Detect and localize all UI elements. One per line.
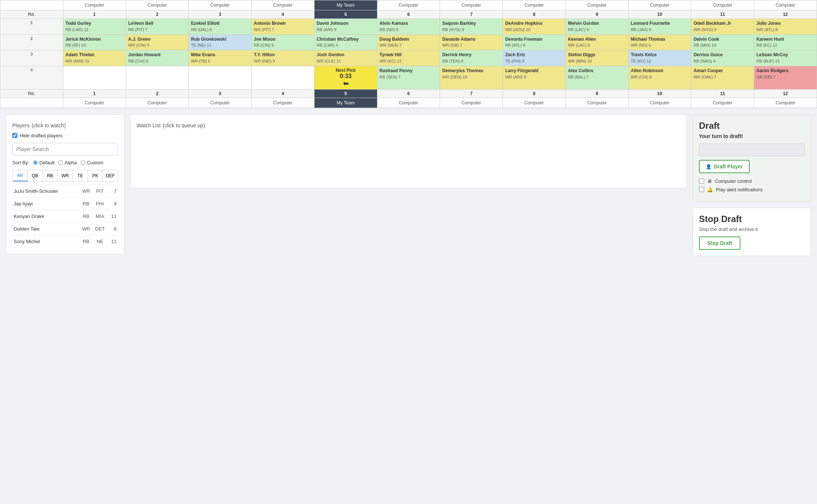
pick-r2-c11[interactable]: Dalvin CookRB (MIN) 10	[691, 34, 754, 50]
sort-alpha-radio[interactable]	[58, 160, 63, 165]
player-name: Melvin Gordon	[568, 21, 599, 26]
draft-board: ComputerComputerComputerComputerMy TeamC…	[0, 0, 817, 108]
pick-r3-c1[interactable]: Adam ThielenWR (MIN) 10	[63, 50, 126, 66]
sort-default-radio[interactable]	[33, 160, 38, 165]
pick-r4-c5[interactable]: Next Pick0:33⬅	[314, 66, 377, 89]
player-pos: WR (CIN) 9	[128, 43, 149, 47]
pick-r3-c6[interactable]: Tyreek HillWR (KC) 12	[377, 50, 440, 66]
pick-r4-c11[interactable]: Amari CooperWR (OAK) 7	[691, 66, 754, 89]
position-tab-qb[interactable]: QB	[28, 170, 43, 181]
pick-r3-c9[interactable]: Stefon DiggsWR (MIN) 10	[565, 50, 628, 66]
pick-r1-c6[interactable]: Alvin KamaraRB (NO) 6	[377, 19, 440, 35]
pick-r2-c9[interactable]: Keenan AllenWR (LAC) 8	[565, 34, 628, 50]
pick-r2-c4[interactable]: Joe MixonRB (CIN) 9	[252, 34, 315, 50]
pick-r1-c11[interactable]: Odell Beckham JrWR (NYG) 9	[691, 19, 754, 35]
player-name: Keenan Allen	[568, 37, 596, 42]
col-num-bottom-12: 12	[754, 89, 817, 98]
col-num-top-7: 7	[440, 10, 503, 19]
draft-player-btn-label: Draft Player	[714, 164, 743, 169]
list-item[interactable]: Kenyan Drake RB MIA 11	[12, 210, 118, 223]
list-item[interactable]: Sony Michel RB NE 11	[12, 235, 118, 248]
pick-r1-c1[interactable]: Todd GurleyRB (LAR) 12	[63, 19, 126, 35]
pick-r1-c2[interactable]: LeVeon BellRB (PIT) 7	[126, 19, 189, 35]
pick-r1-c3[interactable]: Ezekiel ElliottRB (DAL) 8	[189, 19, 252, 35]
pick-r4-c12[interactable]: Aaron RodgersQB (GB) 7	[754, 66, 817, 89]
pick-r2-c10[interactable]: Michael ThomasWR (NO) 6	[628, 34, 691, 50]
stop-draft-description: Stop the draft and archive it.	[699, 226, 805, 232]
pick-r4-c10[interactable]: Allen RobinsonWR (CHI) 9	[628, 66, 691, 89]
player-search-input[interactable]	[12, 143, 118, 155]
player-name: Devonta Freeman	[505, 37, 542, 42]
col-num-top-10: 10	[628, 10, 691, 19]
sort-default-label[interactable]: Default	[33, 160, 54, 165]
player-name: Alex Collins	[568, 68, 594, 73]
pick-r3-c2[interactable]: Jordan HowardRB (CHI) 5	[126, 50, 189, 66]
pick-r3-c10[interactable]: Travis KelceTE (KC) 12	[628, 50, 691, 66]
pick-r3-c3[interactable]: Mike EvansWR (TB) 5	[189, 50, 252, 66]
pick-r2-c5[interactable]: Christian McCaffreyRB (CAR) 4	[314, 34, 377, 50]
pick-r4-c9[interactable]: Alex CollinsRB (BAL) 7	[565, 66, 628, 89]
player-pos: TE (KC) 12	[631, 59, 651, 63]
draft-player-button[interactable]: Draft Player	[699, 160, 750, 173]
player-name: Travis Kelce	[631, 52, 657, 57]
empty-footer	[0, 98, 63, 108]
pick-r3-c12[interactable]: LeSean McCoyRB (BUF) 11	[754, 50, 817, 66]
pick-r1-c9[interactable]: Melvin GordonRB (LAC) 8	[565, 19, 628, 35]
pick-r2-c2[interactable]: A.J. GreenWR (CIN) 9	[126, 34, 189, 50]
pick-r3-c4[interactable]: T.Y. HiltonWR (IND) 9	[252, 50, 315, 66]
position-tab-rb[interactable]: RB	[43, 170, 58, 181]
player-pos: WR (ARI) 9	[505, 75, 526, 79]
player-name: Kareem Hunt	[756, 37, 784, 42]
pick-r1-c4[interactable]: Antonio BrownWR (PIT) 7	[252, 19, 315, 35]
position-tab-te[interactable]: TE	[73, 170, 88, 181]
player-pos: WR (KC) 12	[380, 59, 401, 63]
pick-r4-c7[interactable]: Demaryius ThomasWR (DEN) 10	[440, 66, 503, 89]
play-alert-label: Play alert notifications	[716, 187, 763, 192]
list-item[interactable]: JuJu Smith-Schuster WR PIT 7	[12, 185, 118, 198]
player-name: David Johnson	[317, 21, 349, 26]
player-name: Derrius Guice	[693, 52, 723, 57]
player-name: Ezekiel Elliott	[191, 21, 219, 26]
play-alert-checkbox[interactable]	[699, 187, 704, 192]
pick-r2-c8[interactable]: Devonta FreemanRB (ATL) 8	[503, 34, 566, 50]
list-item[interactable]: Jay Ajayi RB PHI 9	[12, 198, 118, 210]
position-tab-pk[interactable]: PK	[88, 170, 103, 181]
draft-player-input[interactable]	[699, 144, 805, 156]
pick-r3-c7[interactable]: Derrick HenryRB (TEN) 8	[440, 50, 503, 66]
sort-alpha-label[interactable]: Alpha	[58, 160, 77, 165]
team-footer-5: My Team	[314, 98, 377, 108]
list-item[interactable]: Golden Tate WR DET 6	[12, 223, 118, 235]
pick-r4-c6[interactable]: Rashaad PennyRB (SEA) 7	[377, 66, 440, 89]
pick-r1-c5[interactable]: David JohnsonRB (ARI) 9	[314, 19, 377, 35]
hide-drafted-checkbox[interactable]	[12, 133, 17, 138]
pick-r2-c1[interactable]: Jerick McKinnonRB (SF) 10	[63, 34, 126, 50]
player-pos: RB (CIN) 9	[254, 43, 274, 47]
computer-control-checkbox[interactable]	[699, 178, 704, 184]
player-pos: RB (TEN) 8	[442, 59, 463, 63]
pick-r1-c12[interactable]: Julio JonesWR (ATL) 8	[754, 19, 817, 35]
player-pos: RB (BAL) 7	[568, 75, 589, 79]
position-tab-wr[interactable]: WR	[58, 170, 73, 181]
empty-header	[0, 0, 63, 10]
pick-r2-c6[interactable]: Doug BaldwinWR (SEA) 7	[377, 34, 440, 50]
sort-custom-radio[interactable]	[81, 160, 85, 165]
position-tab-all[interactable]: All	[13, 170, 28, 181]
pick-r4-c8[interactable]: Larry FitzgeraldWR (ARI) 9	[503, 66, 566, 89]
pick-r3-c11[interactable]: Derrius GuiceRB (WAS) 4	[691, 50, 754, 66]
position-tab-def[interactable]: DEF	[103, 170, 118, 181]
sort-custom-label[interactable]: Custom	[81, 160, 104, 165]
pick-r3-c5[interactable]: Josh GordonWR (CLE) 11	[314, 50, 377, 66]
pick-r1-c8[interactable]: DeAndre HopkinsWR (HOU) 10	[503, 19, 566, 35]
stop-draft-button[interactable]: Stop Draft	[699, 236, 740, 250]
pick-r1-c10[interactable]: Leonard FournetteRB (JAX) 9	[628, 19, 691, 35]
player-pos: WR (CLE) 11	[317, 59, 341, 63]
round-label-3: 3	[0, 50, 63, 66]
pick-r4-c4	[252, 66, 315, 89]
pick-r1-c7[interactable]: Saquon BarkleyRB (NYG) 9	[440, 19, 503, 35]
pick-r2-c7[interactable]: Davante AdamsWR (GB) 7	[440, 34, 503, 50]
player-pos: WR (NO) 6	[631, 43, 651, 47]
pick-r2-c12[interactable]: Kareem HuntRB (KC) 12	[754, 34, 817, 50]
pick-r3-c8[interactable]: Zach ErtzTE (PHI) 9	[503, 50, 566, 66]
player-name: Allen Robinson	[631, 68, 663, 73]
pick-r2-c3[interactable]: Rob GronkowskiTE (NE) 11	[189, 34, 252, 50]
